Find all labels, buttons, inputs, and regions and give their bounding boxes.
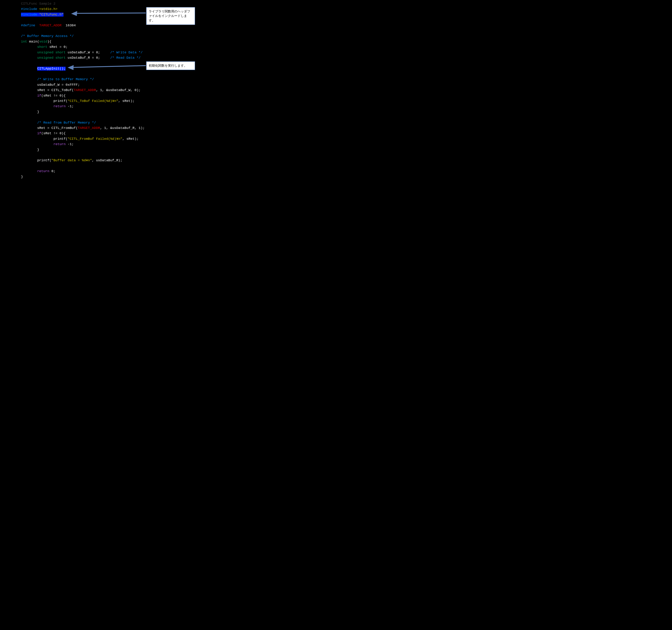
brace-close-2: } [37, 148, 39, 152]
ret-m1-2: -1; [66, 142, 74, 146]
kw-void: void [39, 40, 47, 44]
kw-short-2: short [55, 50, 66, 54]
code-listing: CITLFunc Sample 2 #include <stdio.h> #in… [21, 1, 145, 179]
frombuf-macro: TARGET_ADDR [78, 126, 100, 130]
comment-bma: /* Buffer Memory Access */ [21, 34, 74, 38]
printf-tobuf-a: printf( [53, 99, 68, 103]
comment-w: /* Write Data */ [110, 50, 143, 54]
decl-sret: sRet = 0; [47, 45, 68, 49]
kw-return-2: return [53, 142, 66, 146]
kw-if-2: if [37, 131, 41, 135]
if-cond-2: (sRet != 0){ [41, 131, 66, 135]
tobuf-macro: TARGET_ADDR [74, 88, 96, 92]
printf-last-b: , usDataBuf_R); [92, 159, 122, 162]
callout-init-func: 初期化関数を実行します。 [146, 62, 195, 70]
comment-write: /* Write to Buffer Memory */ [37, 77, 94, 81]
kw-unsigned-2: unsigned [37, 56, 53, 60]
ret-0: 0; [49, 169, 55, 173]
brace-close-1: } [37, 110, 39, 114]
include1-pre: #include [21, 7, 39, 11]
if-cond-1: (sRet != 0){ [41, 94, 66, 98]
tobuf-b: , 1, &usDataBuf_W, 0); [96, 88, 141, 92]
frombuf-a: sRet = CITL_FromBuf( [37, 126, 78, 130]
main-tail: ){ [47, 40, 51, 44]
assign-w: usDataBuf_W = 0xFFFF; [37, 83, 80, 87]
code-diagram: CITLFunc Sample 2 #include <stdio.h> #in… [0, 0, 201, 189]
kw-return-1: return [53, 104, 66, 108]
kw-unsigned-1: unsigned [37, 50, 53, 54]
ret-m1-1: -1; [66, 104, 74, 108]
decl-w: usDataBuf_W = 0; [66, 50, 110, 54]
comment-r: /* Read Data */ [110, 56, 141, 60]
brace-close-3: } [21, 175, 23, 179]
printf-last-a: printf( [37, 159, 51, 162]
include2-line: #include "CITLFunc.h" [21, 13, 64, 17]
printf-frombuf-a: printf( [53, 137, 68, 141]
define-pre: #define [21, 23, 39, 27]
printf-tobuf-str: "CITL_ToBuf Failed(%d)¥n" [68, 99, 118, 103]
tobuf-a: sRet = CITL_ToBuf( [37, 88, 74, 92]
comment-read: /* Read from Buffer Memory */ [37, 121, 96, 125]
callout-header-include: ライブラリ関数用のヘッダファイルをインクルードします。 [146, 7, 195, 25]
define-val: 16384 [62, 23, 76, 27]
printf-tobuf-b: , sRet); [118, 99, 135, 103]
kw-return-3: return [37, 169, 49, 173]
define-name: TARGET_ADDR [39, 23, 62, 27]
kw-if-1: if [37, 94, 41, 98]
frombuf-b: , 1, &usDataBuf_R, 1); [100, 126, 145, 130]
printf-frombuf-b: , sRet); [122, 137, 139, 141]
printf-frombuf-str: "CITL_FromBuf Failed(%d)¥n" [68, 137, 122, 141]
include1-hdr: <stdio.h> [39, 7, 57, 11]
decl-r: usDataBuf_R = 0; [66, 56, 110, 60]
code-title: CITLFunc Sample 2 [21, 2, 55, 6]
kw-short-1: short [37, 45, 47, 49]
call-init: CITLAppInit(); [37, 67, 66, 71]
printf-last-str: "Buffer data = %d¥n" [51, 159, 92, 162]
main-name: main( [27, 40, 39, 44]
kw-short-3: short [55, 56, 66, 60]
kw-int: int [21, 40, 27, 44]
